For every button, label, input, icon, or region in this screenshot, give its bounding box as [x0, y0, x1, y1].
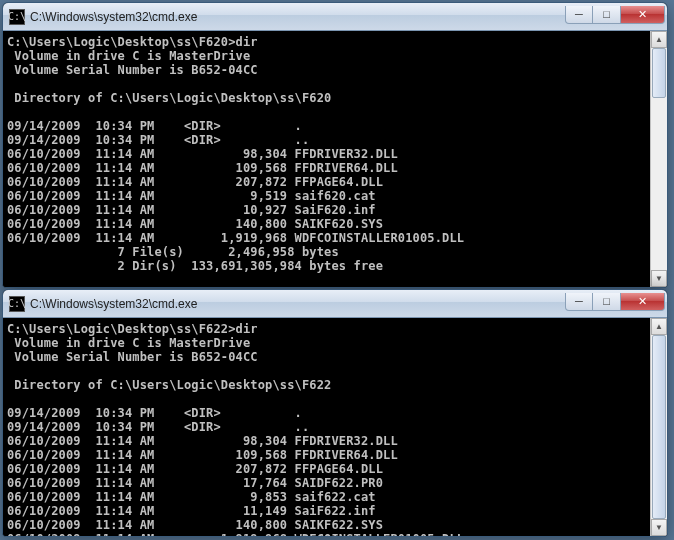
- console-output-1[interactable]: C:\Users\Logic\Desktop\ss\F620>dir Volum…: [3, 31, 667, 287]
- scroll-down-icon[interactable]: ▼: [651, 519, 667, 536]
- scroll-track[interactable]: [651, 335, 667, 519]
- window-title-2: C:\Windows\system32\cmd.exe: [30, 297, 565, 311]
- console-output-2[interactable]: C:\Users\Logic\Desktop\ss\F622>dir Volum…: [3, 318, 667, 536]
- cmd-icon: C:\: [9, 296, 25, 312]
- titlebar-1[interactable]: C:\ C:\Windows\system32\cmd.exe ─ □ ✕: [3, 3, 667, 31]
- close-button[interactable]: ✕: [621, 293, 665, 311]
- window-title-1: C:\Windows\system32\cmd.exe: [30, 10, 565, 24]
- titlebar-2[interactable]: C:\ C:\Windows\system32\cmd.exe ─ □ ✕: [3, 290, 667, 318]
- scroll-up-icon[interactable]: ▲: [651, 31, 667, 48]
- minimize-button[interactable]: ─: [565, 293, 593, 311]
- cmd-window-2: C:\ C:\Windows\system32\cmd.exe ─ □ ✕ C:…: [2, 289, 668, 537]
- window-controls-1: ─ □ ✕: [565, 10, 665, 24]
- window-controls-2: ─ □ ✕: [565, 297, 665, 311]
- scrollbar-2[interactable]: ▲ ▼: [650, 318, 667, 536]
- minimize-button[interactable]: ─: [565, 6, 593, 24]
- scroll-track[interactable]: [651, 48, 667, 270]
- scroll-thumb[interactable]: [652, 48, 666, 98]
- cmd-icon: C:\: [9, 9, 25, 25]
- maximize-button[interactable]: □: [593, 6, 621, 24]
- scroll-up-icon[interactable]: ▲: [651, 318, 667, 335]
- scroll-thumb[interactable]: [652, 335, 666, 519]
- cmd-window-1: C:\ C:\Windows\system32\cmd.exe ─ □ ✕ C:…: [2, 2, 668, 288]
- maximize-button[interactable]: □: [593, 293, 621, 311]
- scroll-down-icon[interactable]: ▼: [651, 270, 667, 287]
- scrollbar-1[interactable]: ▲ ▼: [650, 31, 667, 287]
- close-button[interactable]: ✕: [621, 6, 665, 24]
